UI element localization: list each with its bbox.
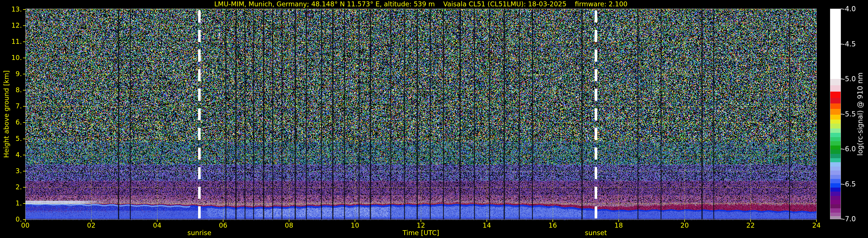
colorbar-band xyxy=(830,109,841,114)
y-tick-mark xyxy=(23,139,25,139)
y-tick-label: 8. xyxy=(1,86,22,94)
y-tick-label: 0. xyxy=(1,215,22,223)
colorbar-band xyxy=(830,124,841,128)
colorbar-band xyxy=(830,141,841,146)
x-tick-label: 14 xyxy=(483,221,491,229)
colorbar-band xyxy=(830,92,841,98)
colorbar-band xyxy=(830,208,841,213)
colorbar-band xyxy=(830,98,841,103)
colorbar-band xyxy=(830,115,841,120)
y-tick-label: 2. xyxy=(1,183,22,191)
colorbar-band xyxy=(830,154,841,158)
y-tick-mark xyxy=(23,90,25,90)
x-axis-label: Time [UTC] xyxy=(402,229,439,237)
colorbar-band xyxy=(830,162,841,167)
x-tick-label: 08 xyxy=(285,221,293,229)
y-tick-mark xyxy=(23,9,25,10)
colorbar-band xyxy=(830,158,841,162)
y-tick-mark xyxy=(23,58,25,58)
y-tick-label: 7. xyxy=(1,102,22,110)
ceilometer-quicklook-figure: LMU-MIM, Munich, Germany; 48.148° N 11.5… xyxy=(0,0,868,238)
heatmap-canvas xyxy=(0,0,868,238)
y-tick-mark xyxy=(23,25,25,26)
colorbar-band xyxy=(830,85,841,92)
colorbar-band xyxy=(830,191,841,196)
colorbar-band xyxy=(830,171,841,175)
y-tick-label: 3. xyxy=(1,167,22,175)
y-tick-mark xyxy=(23,219,25,220)
colorbar-tick-label: -4.5 xyxy=(842,40,856,48)
colorbar-band xyxy=(830,179,841,183)
colorbar-band xyxy=(830,146,841,150)
x-tick-label: 22 xyxy=(746,221,754,229)
y-tick-label: 12. xyxy=(1,22,22,29)
colorbar-label: log(rc-signal) @ 910 nm xyxy=(856,72,864,156)
x-tick-label: 10 xyxy=(351,221,359,229)
y-tick-mark xyxy=(23,187,25,187)
y-tick-label: 13. xyxy=(1,5,22,13)
colorbar-tick-label: -4.0 xyxy=(842,5,856,13)
x-tick-label: 16 xyxy=(549,221,557,229)
y-tick-mark xyxy=(23,106,25,107)
y-tick-label: 11. xyxy=(1,38,22,45)
colorbar-band xyxy=(830,200,841,204)
y-tick-label: 1. xyxy=(1,199,22,207)
colorbar-band xyxy=(830,150,841,154)
colorbar-band xyxy=(830,216,841,219)
colorbar-tick-label: -6.5 xyxy=(842,180,856,188)
colorbar-band xyxy=(830,196,841,200)
colorbar-band xyxy=(830,167,841,171)
colorbar-band xyxy=(830,175,841,179)
colorbar-band xyxy=(830,120,841,124)
colorbar-band xyxy=(830,137,841,142)
sunset-label: sunset xyxy=(585,229,607,237)
colorbar-band xyxy=(830,133,841,137)
colorbar-band xyxy=(830,187,841,192)
colorbar-band xyxy=(830,183,841,187)
x-tick-label: 04 xyxy=(153,221,161,229)
y-tick-label: 9. xyxy=(1,70,22,78)
colorbar-tick-label: -6.0 xyxy=(842,145,856,153)
colorbar-tick-label: -7.0 xyxy=(842,215,856,223)
plot-title: LMU-MIM, Munich, Germany; 48.148° N 11.5… xyxy=(214,0,627,8)
y-tick-mark xyxy=(23,122,25,123)
colorbar-band xyxy=(830,103,841,109)
x-tick-label: 18 xyxy=(614,221,623,229)
x-tick-label: 24 xyxy=(812,221,820,229)
x-tick-label: 06 xyxy=(219,221,227,229)
colorbar-tick-label: -5.0 xyxy=(842,75,856,83)
colorbar-band xyxy=(830,79,841,85)
colorbar-band xyxy=(830,213,841,216)
y-tick-label: 6. xyxy=(1,119,22,126)
colorbar xyxy=(830,9,841,219)
y-tick-mark xyxy=(23,203,25,204)
y-tick-label: 4. xyxy=(1,151,22,158)
colorbar-band xyxy=(830,128,841,133)
x-tick-label: 20 xyxy=(680,221,689,229)
y-tick-mark xyxy=(23,171,25,172)
colorbar-band xyxy=(830,9,841,79)
y-tick-mark xyxy=(23,155,25,155)
x-tick-label: 12 xyxy=(416,221,425,229)
y-tick-label: 5. xyxy=(1,135,22,142)
y-tick-label: 10. xyxy=(1,54,22,62)
sunrise-label: sunrise xyxy=(187,229,211,237)
y-tick-mark xyxy=(23,74,25,75)
x-tick-label: 02 xyxy=(87,221,95,229)
colorbar-band xyxy=(830,204,841,209)
colorbar-tick-label: -5.5 xyxy=(842,110,856,118)
y-tick-mark xyxy=(23,41,25,42)
x-tick-label: 00 xyxy=(21,221,29,229)
y-axis-label: Height above ground [km] xyxy=(3,70,10,158)
